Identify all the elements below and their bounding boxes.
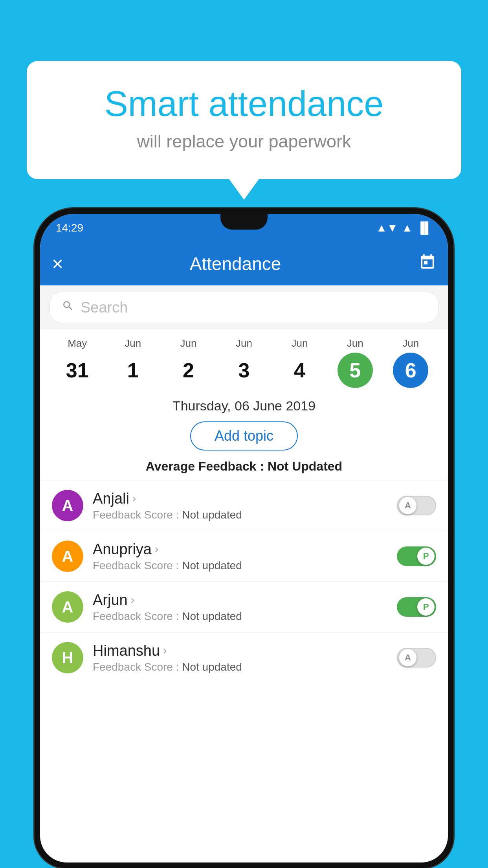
attendance-toggle[interactable]: P [397,597,436,617]
day-month-0: May [68,337,87,349]
calendar-icon[interactable] [419,254,436,274]
toggle-knob: A [399,649,416,666]
day-number-6: 6 [393,353,428,388]
calendar-day-3[interactable]: Jun 3 [216,337,272,388]
speech-bubble: Smart attendance will replace your paper… [27,61,461,179]
student-name: Anjali › [93,490,387,507]
avg-feedback-value: Not Updated [268,459,342,473]
feedback-score: Feedback Score : Not updated [93,610,387,623]
add-topic-container: Add topic [40,417,448,457]
student-info: Anjali › Feedback Score : Not updated [93,490,387,521]
feedback-score: Feedback Score : Not updated [93,559,387,572]
selected-date-label: Thursday, 06 June 2019 [40,392,448,417]
avatar: A [52,490,83,521]
toggle-knob: P [417,548,435,565]
chevron-right-icon: › [163,644,167,657]
chevron-right-icon: › [131,594,134,606]
wifi-icon: ▲▼ [376,222,398,234]
day-month-3: Jun [236,337,252,349]
attendance-toggle[interactable]: A [397,496,436,515]
avg-feedback: Average Feedback : Not Updated [40,457,448,480]
day-month-5: Jun [347,337,363,349]
toggle-knob: A [399,497,416,514]
add-topic-button[interactable]: Add topic [190,421,298,451]
list-item[interactable]: A Anjali › Feedback Score : Not updated … [40,480,448,531]
avatar: A [52,541,83,572]
calendar-row: May 31 Jun 1 Jun 2 Jun 3 Jun 4 Jun 5 [40,329,448,392]
bubble-subtitle: will replace your paperwork [58,131,430,152]
avatar: A [52,591,83,623]
battery-icon: ▐▌ [416,222,432,234]
day-month-1: Jun [125,337,141,349]
app-title: Attendance [52,253,419,274]
search-input[interactable]: Search [50,292,438,323]
list-item[interactable]: A Arjun › Feedback Score : Not updated P [40,581,448,632]
calendar-day-4[interactable]: Jun 4 [272,337,327,388]
status-icons: ▲▼ ▲ ▐▌ [376,222,432,234]
phone-screen: 14:29 ▲▼ ▲ ▐▌ × Attendance [40,214,448,862]
calendar-day-5[interactable]: Jun 5 [327,337,383,388]
student-name: Arjun › [93,592,387,609]
attendance-toggle[interactable]: P [397,546,436,566]
feedback-score: Feedback Score : Not updated [93,509,387,521]
app-bar: × Attendance [40,242,448,285]
search-placeholder: Search [81,299,128,316]
chevron-right-icon: › [155,543,158,555]
calendar-day-0[interactable]: May 31 [50,337,105,388]
toggle-knob: P [417,598,435,616]
search-icon [62,299,74,316]
phone-notch [220,214,268,230]
list-item[interactable]: A Anupriya › Feedback Score : Not update… [40,531,448,581]
feedback-score: Feedback Score : Not updated [93,661,387,673]
bubble-title: Smart attendance [58,85,430,123]
calendar-day-2[interactable]: Jun 2 [161,337,216,388]
status-time: 14:29 [56,222,83,234]
day-number-1: 1 [115,353,150,388]
list-item[interactable]: H Himanshu › Feedback Score : Not update… [40,632,448,683]
day-month-2: Jun [180,337,197,349]
student-info: Arjun › Feedback Score : Not updated [93,592,387,623]
chevron-right-icon: › [132,492,136,505]
student-list: A Anjali › Feedback Score : Not updated … [40,480,448,683]
student-info: Himanshu › Feedback Score : Not updated [93,642,387,673]
day-month-6: Jun [402,337,419,349]
phone-frame: 14:29 ▲▼ ▲ ▐▌ × Attendance [35,208,453,868]
signal-icon: ▲ [402,222,413,234]
calendar-day-6[interactable]: Jun 6 [383,337,438,388]
student-name: Anupriya › [93,541,387,558]
day-month-4: Jun [291,337,308,349]
day-number-2: 2 [171,353,206,388]
avatar: H [52,642,83,673]
calendar-day-1[interactable]: Jun 1 [105,337,160,388]
day-number-4: 4 [282,353,317,388]
avg-feedback-label: Average Feedback : [146,459,264,473]
day-number-3: 3 [226,353,262,388]
student-info: Anupriya › Feedback Score : Not updated [93,541,387,572]
day-number-5: 5 [338,353,373,388]
day-number-0: 31 [60,353,95,388]
attendance-toggle[interactable]: A [397,648,436,668]
search-bar-container: Search [40,285,448,329]
student-name: Himanshu › [93,642,387,659]
